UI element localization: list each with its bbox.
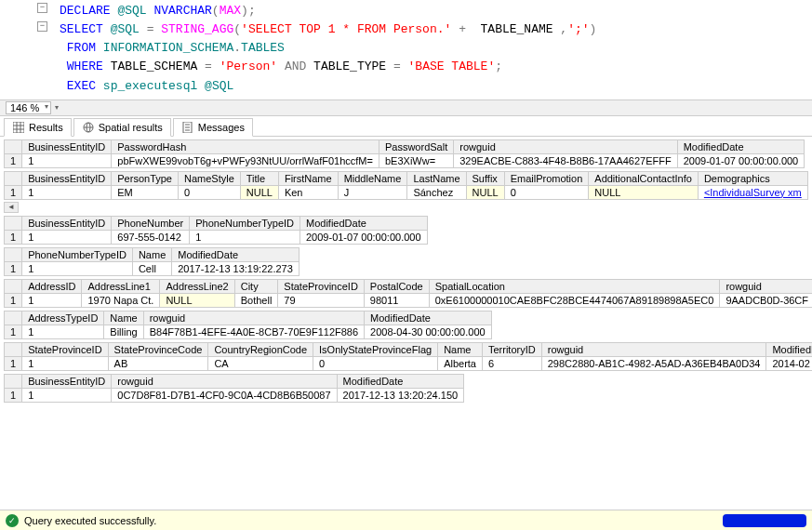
result-grid[interactable]: StateProvinceIDStateProvinceCodeCountryR… — [4, 342, 812, 371]
column-header[interactable]: BusinessEntityID — [22, 216, 112, 230]
cell[interactable]: EM — [112, 185, 179, 199]
column-header[interactable]: AddressID — [22, 279, 82, 293]
result-grid[interactable]: AddressIDAddressLine1AddressLine2CitySta… — [4, 279, 812, 308]
code-line[interactable]: FROM INFORMATION_SCHEMA.TABLES — [6, 39, 806, 58]
column-header[interactable]: ModifiedDate — [337, 374, 464, 388]
cell[interactable]: 2017-12-13 13:19:22.273 — [172, 261, 300, 275]
cell[interactable]: 0 — [504, 185, 589, 199]
cell[interactable]: Sánchez — [407, 185, 466, 199]
code-line[interactable]: SELECT @SQL = STRING_AGG('SELECT TOP 1 *… — [6, 20, 806, 39]
column-header[interactable]: BusinessEntityID — [22, 374, 112, 388]
column-header[interactable]: rowguid — [720, 279, 812, 293]
fold-toggle-icon[interactable]: − — [37, 3, 47, 13]
column-header[interactable]: City — [234, 279, 278, 293]
column-header[interactable]: rowguid — [541, 342, 766, 356]
cell[interactable]: 2009-01-07 00:00:00.000 — [677, 153, 805, 167]
zoom-dropdown[interactable]: 146 % — [6, 101, 51, 114]
cell[interactable]: B84F78B1-4EFE-4A0E-8CB7-70E9F112F886 — [143, 325, 364, 338]
cell[interactable]: <IndividualSurvey xm — [698, 185, 807, 199]
cell[interactable]: 2008-04-30 00:00:00.000 — [365, 325, 492, 338]
column-header[interactable]: AdditionalContactInfo — [589, 171, 699, 185]
cell[interactable]: 1 — [22, 356, 108, 370]
cell[interactable]: J — [338, 185, 407, 199]
sql-editor[interactable]: − − DECLARE @SQL NVARCHAR(MAX);SELECT @S… — [0, 0, 812, 99]
column-header[interactable]: Name — [438, 342, 483, 356]
cell[interactable]: 79 — [278, 293, 364, 307]
result-grid[interactable]: BusinessEntityIDPhoneNumberPhoneNumberTy… — [4, 216, 428, 245]
cell[interactable]: NULL — [160, 293, 234, 307]
cell[interactable]: 329EACBE-C883-4F48-B8B6-17AA4627EFFF — [454, 153, 677, 167]
result-grid[interactable]: BusinessEntityIDPersonTypeNameStyleTitle… — [4, 171, 808, 200]
column-header[interactable]: Suffix — [466, 171, 504, 185]
code-line[interactable]: WHERE TABLE_SCHEMA = 'Person' AND TABLE_… — [6, 58, 806, 76]
result-grid[interactable]: BusinessEntityIDPasswordHashPasswordSalt… — [4, 139, 805, 168]
table-row[interactable]: 11EM0NULLKenJSánchezNULL0NULL<Individual… — [5, 185, 808, 199]
column-header[interactable]: StateProvinceID — [278, 279, 364, 293]
cell[interactable]: 1 — [22, 261, 133, 275]
column-header[interactable]: AddressLine1 — [82, 279, 160, 293]
column-header[interactable]: Title — [240, 171, 278, 185]
cell[interactable]: 697-555-0142 — [112, 230, 190, 244]
cell[interactable]: Cell — [132, 261, 171, 275]
column-header[interactable]: Name — [132, 247, 171, 261]
column-header[interactable]: StateProvinceCode — [108, 342, 208, 356]
cell[interactable]: NULL — [240, 185, 278, 199]
fold-toggle-icon[interactable]: − — [37, 21, 47, 32]
cell[interactable]: Bothell — [234, 293, 278, 307]
column-header[interactable]: PersonType — [112, 171, 179, 185]
cell[interactable]: 2009-01-07 00:00:00.000 — [300, 230, 428, 244]
column-header[interactable]: ModifiedD — [766, 342, 812, 356]
cell[interactable]: 1 — [22, 325, 104, 338]
table-row[interactable]: 11BillingB84F78B1-4EFE-4A0E-8CB7-70E9F11… — [5, 325, 492, 338]
column-header[interactable]: ModifiedDate — [365, 311, 492, 325]
tab-spatial[interactable]: Spatial results — [73, 118, 171, 137]
cell[interactable]: 1970 Napa Ct. — [82, 293, 160, 307]
column-header[interactable]: TerritoryID — [482, 342, 541, 356]
cell[interactable]: 9AADCB0D-36CF — [720, 293, 812, 307]
column-header[interactable]: ModifiedDate — [300, 216, 428, 230]
column-header[interactable]: AddressTypeID — [22, 311, 104, 325]
table-row[interactable]: 111970 Napa Ct.NULLBothell79980110xE6100… — [5, 293, 813, 307]
cell[interactable]: NULL — [589, 185, 699, 199]
table-row[interactable]: 11pbFwXWE99vobT6g+vPWFy93NtUU/orrlWafF01… — [5, 153, 805, 167]
column-header[interactable]: BusinessEntityID — [22, 171, 112, 185]
cell[interactable]: 1 — [22, 388, 112, 402]
cell[interactable]: Alberta — [438, 356, 483, 370]
result-grid[interactable]: PhoneNumberTypeIDNameModifiedDate11Cell2… — [4, 247, 300, 276]
column-header[interactable]: Demographics — [698, 171, 807, 185]
cell[interactable]: 1 — [190, 230, 300, 244]
column-header[interactable]: StateProvinceID — [22, 342, 108, 356]
result-grid[interactable]: BusinessEntityIDrowguidModifiedDate110C7… — [4, 374, 464, 403]
result-grid[interactable]: AddressTypeIDNamerowguidModifiedDate11Bi… — [4, 311, 492, 339]
cell[interactable]: 0xE6100000010CAE8BFC28BCE4474067A8918989… — [429, 293, 720, 307]
cell[interactable]: 298C2880-AB1C-4982-A5AD-A36EB4BA0D34 — [541, 356, 766, 370]
column-header[interactable]: PhoneNumberTypeID — [190, 216, 300, 230]
column-header[interactable]: PasswordSalt — [379, 139, 453, 153]
column-header[interactable]: rowguid — [454, 139, 677, 153]
column-header[interactable]: NameStyle — [178, 171, 240, 185]
code-line[interactable]: EXEC sp_executesql @SQL — [6, 77, 806, 96]
column-header[interactable]: MiddleName — [338, 171, 407, 185]
cell[interactable]: 1 — [22, 230, 112, 244]
column-header[interactable]: rowguid — [143, 311, 364, 325]
table-row[interactable]: 11ABCA0Alberta6298C2880-AB1C-4982-A5AD-A… — [5, 356, 813, 370]
column-header[interactable]: IsOnlyStateProvinceFlag — [313, 342, 438, 356]
results-pane[interactable]: BusinessEntityIDPasswordHashPasswordSalt… — [0, 137, 812, 464]
column-header[interactable]: LastName — [407, 171, 466, 185]
cell[interactable]: pbFwXWE99vobT6g+vPWFy93NtUU/orrlWafF01hc… — [112, 153, 379, 167]
table-row[interactable]: 110C7D8F81-D7B1-4CF0-9C0A-4CD8B6B5008720… — [5, 388, 464, 402]
table-row[interactable]: 11Cell2017-12-13 13:19:22.273 — [5, 261, 300, 275]
cell[interactable]: 1 — [22, 185, 112, 199]
cell[interactable]: Billing — [104, 325, 143, 338]
cell[interactable]: 1 — [22, 293, 82, 307]
cell[interactable]: CA — [208, 356, 313, 370]
column-header[interactable]: FirstName — [278, 171, 338, 185]
column-header[interactable]: EmailPromotion — [504, 171, 589, 185]
column-header[interactable]: AddressLine2 — [160, 279, 234, 293]
code-line[interactable]: DECLARE @SQL NVARCHAR(MAX); — [6, 2, 806, 20]
cell[interactable]: bE3XiWw= — [379, 153, 453, 167]
table-row[interactable]: 11697-555-014212009-01-07 00:00:00.000 — [5, 230, 428, 244]
cell[interactable]: 1 — [22, 153, 112, 167]
column-header[interactable]: rowguid — [112, 374, 337, 388]
cell[interactable]: 0 — [178, 185, 240, 199]
